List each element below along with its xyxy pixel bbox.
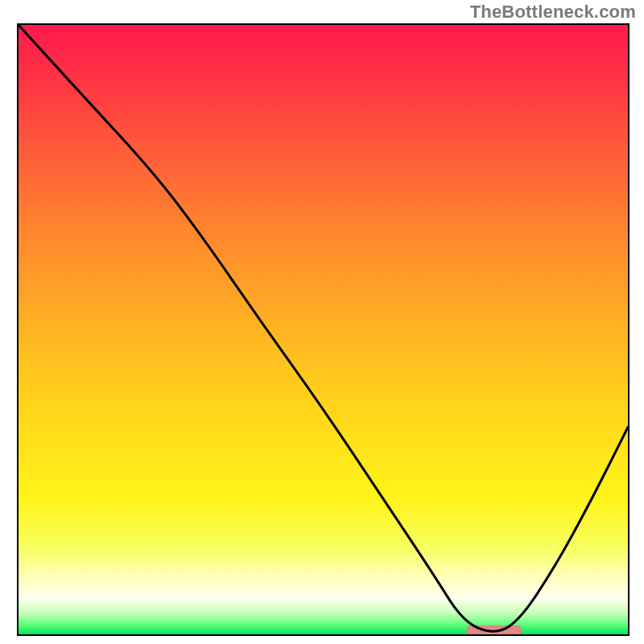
chart-root: TheBottleneck.com bbox=[0, 0, 644, 644]
plot-svg bbox=[19, 25, 628, 634]
plot-frame bbox=[17, 23, 630, 636]
gradient-background bbox=[19, 25, 628, 634]
watermark-label: TheBottleneck.com bbox=[470, 2, 636, 23]
